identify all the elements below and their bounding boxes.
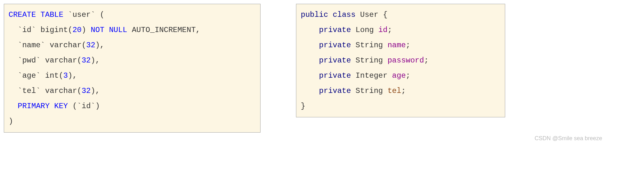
col-name: `name` [18, 41, 45, 49]
comma: , [196, 26, 200, 34]
type-string: String [356, 41, 383, 49]
col-id: `id` [18, 26, 36, 34]
java-line3: private String name; [319, 41, 410, 49]
kw-public: public [301, 10, 328, 19]
sql-line3: `name` varchar(32), [18, 41, 105, 49]
num-32b: 32 [81, 56, 91, 65]
kw-private: private [319, 87, 351, 95]
kw-private: private [319, 41, 351, 49]
fld-password: password [388, 56, 424, 65]
type-string: String [356, 87, 383, 95]
num-32a: 32 [86, 41, 95, 49]
semi: ; [388, 26, 392, 34]
java-line2: private Long id; [319, 26, 392, 34]
java-line5: private Integer age; [319, 71, 410, 80]
type-string: String [356, 56, 383, 65]
paren-close: ) [9, 117, 13, 126]
semi: ; [406, 41, 410, 49]
code-comparison-container: CREATE TABLE `user` ( `id` bigint(20) NO… [4, 4, 640, 133]
watermark-text: CSDN @Smile sea breeze [4, 135, 640, 142]
kw-table: TABLE [41, 10, 63, 19]
type-int: int [45, 71, 59, 80]
kw-private: private [319, 56, 351, 65]
kw-class: class [333, 10, 356, 19]
type-integer: Integer [356, 71, 388, 80]
num-3: 3 [63, 71, 68, 80]
kw-private: private [319, 26, 351, 34]
type-varchar: varchar [45, 56, 77, 65]
kw-key: KEY [54, 102, 68, 110]
brace-open: { [383, 10, 387, 19]
type-varchar: varchar [45, 87, 77, 95]
sql-code-block: CREATE TABLE `user` ( `id` bigint(20) NO… [4, 4, 261, 133]
kw-private: private [319, 71, 351, 80]
semi: ; [424, 56, 428, 65]
paren-open: ( [100, 10, 104, 19]
class-user: User [360, 10, 378, 19]
java-line6: private String tel; [319, 87, 406, 95]
kw-not: NOT [91, 26, 104, 34]
fld-name: name [388, 41, 406, 49]
col-tel: `tel` [18, 87, 41, 95]
pk-id: `id` [77, 102, 95, 110]
sql-line7: PRIMARY KEY (`id`) [18, 102, 100, 110]
num-20: 20 [73, 26, 82, 34]
kw-create: CREATE [9, 10, 36, 19]
sql-line2: `id` bigint(20) NOT NULL AUTO_INCREMENT, [18, 26, 200, 34]
fld-tel: tel [388, 87, 401, 95]
fld-age: age [392, 71, 406, 80]
type-varchar: varchar [50, 41, 82, 49]
kw-primary: PRIMARY [18, 102, 50, 110]
kw-null: NULL [109, 26, 127, 34]
brace-close: } [301, 102, 305, 110]
java-line1: public class User { [301, 10, 388, 19]
comma: , [95, 87, 100, 95]
sql-line4: `pwd` varchar(32), [18, 56, 100, 65]
sql-line5: `age` int(3), [18, 71, 77, 80]
tbl-user: `user` [68, 10, 95, 19]
type-bigint: bigint [41, 26, 68, 34]
num-32c: 32 [81, 87, 91, 95]
java-line4: private String password; [319, 56, 429, 65]
sql-line6: `tel` varchar(32), [18, 87, 100, 95]
comma: , [73, 71, 77, 80]
semi: ; [406, 71, 410, 80]
fld-id: id [378, 26, 388, 34]
sql-line1: CREATE TABLE `user` ( [9, 10, 104, 19]
semi: ; [401, 87, 406, 95]
type-long: Long [356, 26, 374, 34]
comma: , [100, 41, 104, 49]
comma: , [95, 56, 100, 65]
col-pwd: `pwd` [18, 56, 41, 65]
col-age: `age` [18, 71, 41, 80]
java-code-block: public class User { private Long id; pri… [296, 4, 505, 117]
kw-autoinc: AUTO_INCREMENT [132, 26, 196, 34]
